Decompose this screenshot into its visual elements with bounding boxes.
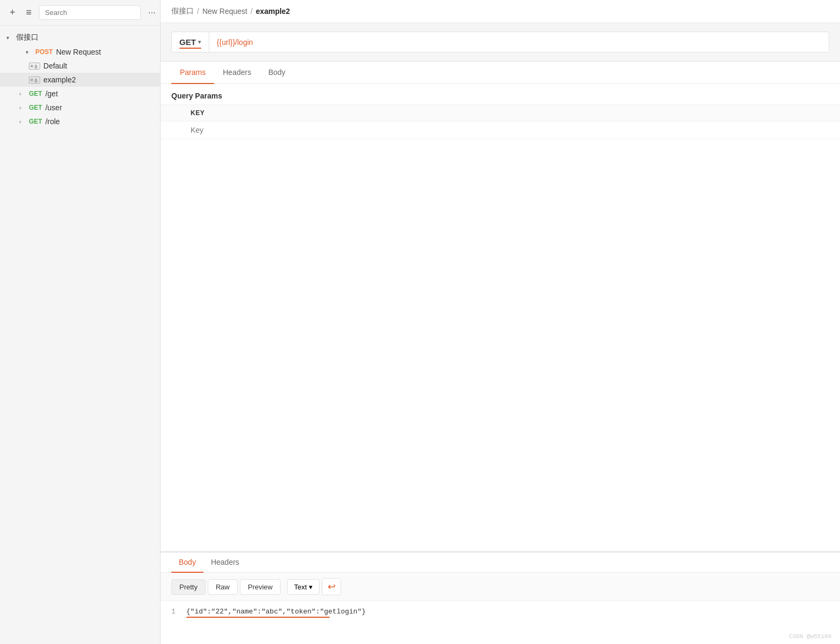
chevron-down-icon-method: ▾ (198, 39, 201, 46)
request-area: GET ▾ (161, 23, 840, 62)
chevron-down-icon-text: ▾ (309, 583, 313, 591)
breadcrumb-current: example2 (256, 7, 290, 16)
key-column-header: KEY (191, 109, 829, 117)
chevron-down-icon-post: ▾ (26, 49, 32, 55)
params-table: KEY (161, 105, 840, 139)
header-check-col (171, 109, 191, 117)
top-section: GET ▾ Params Headers Body Query Params (161, 23, 840, 551)
chevron-down-icon: ▾ (6, 35, 13, 41)
response-body: 1 {"id":"22","name":"abc","token":"getlo… (161, 601, 840, 644)
line-number-1: 1 (171, 608, 176, 616)
role-label: /role (46, 117, 60, 126)
example2-row[interactable]: e.g. example2 (0, 73, 160, 87)
more-button[interactable]: ··· (145, 7, 158, 19)
code-line-1: 1 {"id":"22","name":"abc","token":"getlo… (171, 607, 829, 619)
params-area: Query Params KEY (161, 84, 840, 551)
tab-body[interactable]: Body (260, 62, 294, 84)
example2-label: example2 (43, 75, 76, 84)
params-row-1 (161, 122, 840, 139)
new-request-row[interactable]: ▾ POST New Request (19, 45, 160, 59)
breadcrumb-sep-2: / (251, 7, 253, 16)
method-select[interactable]: GET ▾ (172, 32, 209, 52)
tab-response-headers[interactable]: Headers (203, 552, 247, 573)
root-row[interactable]: ▾ 假接口 (0, 30, 160, 45)
example-icon-example2: e.g. (29, 77, 40, 84)
filter-icon: ≡ (26, 7, 32, 18)
method-underline (179, 48, 201, 49)
request-tabs: Params Headers Body (161, 62, 840, 84)
chevron-right-icon-user: › (19, 105, 26, 111)
sidebar-item-example2[interactable]: e.g. example2 (0, 73, 160, 87)
sidebar: + ≡ ··· ▾ 假接口 ▾ POST New Request e.g. (0, 0, 161, 644)
user-row[interactable]: › GET /user (0, 101, 160, 115)
main-content: GET ▾ Params Headers Body Query Params (161, 23, 840, 644)
get-badge-role: GET (29, 118, 42, 125)
tab-response-body[interactable]: Body (171, 552, 203, 573)
sidebar-item-new-request[interactable]: ▾ POST New Request (0, 45, 160, 59)
response-tabs: Body Headers (161, 552, 840, 573)
raw-button[interactable]: Raw (208, 579, 238, 595)
code-underline (186, 617, 330, 618)
params-table-header: KEY (161, 105, 840, 122)
key-input[interactable] (191, 126, 829, 134)
text-label: Text (294, 583, 307, 591)
method-label: GET (179, 37, 196, 47)
preview-button[interactable]: Preview (240, 579, 281, 595)
sidebar-item-role[interactable]: › GET /role (0, 115, 160, 128)
breadcrumb: 假接口 / New Request / example2 (161, 0, 840, 23)
wrap-icon: ↩ (328, 581, 336, 593)
chevron-right-icon-role: › (19, 119, 26, 125)
tab-headers[interactable]: Headers (214, 62, 260, 84)
url-bar: GET ▾ (171, 32, 829, 52)
user-label: /user (46, 103, 62, 112)
main-panel: 假接口 / New Request / example2 GET ▾ Para (161, 0, 840, 644)
sidebar-header: + ≡ ··· (0, 0, 160, 26)
example-icon-default: e.g. (29, 63, 40, 70)
sidebar-item-root[interactable]: ▾ 假接口 (0, 30, 160, 45)
bottom-section: Body Headers Pretty Raw Preview Text ▾ ↩ (161, 551, 840, 644)
text-dropdown[interactable]: Text ▾ (287, 579, 320, 595)
sidebar-item-default[interactable]: e.g. Default (0, 59, 160, 73)
filter-button[interactable]: ≡ (23, 6, 35, 19)
add-button[interactable]: + (6, 6, 19, 19)
query-params-label: Query Params (161, 84, 840, 105)
url-input[interactable] (209, 33, 829, 52)
role-row[interactable]: › GET /role (0, 115, 160, 128)
response-toolbar: Pretty Raw Preview Text ▾ ↩ (161, 573, 840, 601)
default-row[interactable]: e.g. Default (0, 59, 160, 73)
sidebar-item-user[interactable]: › GET /user (0, 101, 160, 115)
sidebar-tree: ▾ 假接口 ▾ POST New Request e.g. Default e.… (0, 26, 160, 133)
code-text-1: {"id":"22","name":"abc","token":"getlogi… (186, 608, 366, 616)
default-label: Default (43, 62, 67, 70)
code-content-1: {"id":"22","name":"abc","token":"getlogi… (186, 608, 366, 618)
breadcrumb-sep-1: / (197, 7, 199, 16)
wrap-button[interactable]: ↩ (322, 578, 341, 595)
tab-params[interactable]: Params (171, 62, 214, 84)
chevron-right-icon-get: › (19, 91, 26, 97)
root-label: 假接口 (16, 33, 39, 42)
search-input[interactable] (39, 5, 141, 20)
pretty-button[interactable]: Pretty (171, 579, 206, 595)
sidebar-item-get[interactable]: › GET /get (0, 87, 160, 101)
watermark: CSDN @w55100 (789, 633, 831, 640)
breadcrumb-part-1: 假接口 (171, 6, 194, 16)
get-label: /get (46, 89, 58, 98)
get-badge: GET (29, 90, 42, 97)
post-badge: POST (35, 48, 53, 56)
get-row[interactable]: › GET /get (0, 87, 160, 101)
get-badge-user: GET (29, 104, 42, 111)
breadcrumb-part-2: New Request (202, 7, 247, 16)
new-request-label: New Request (56, 48, 101, 56)
